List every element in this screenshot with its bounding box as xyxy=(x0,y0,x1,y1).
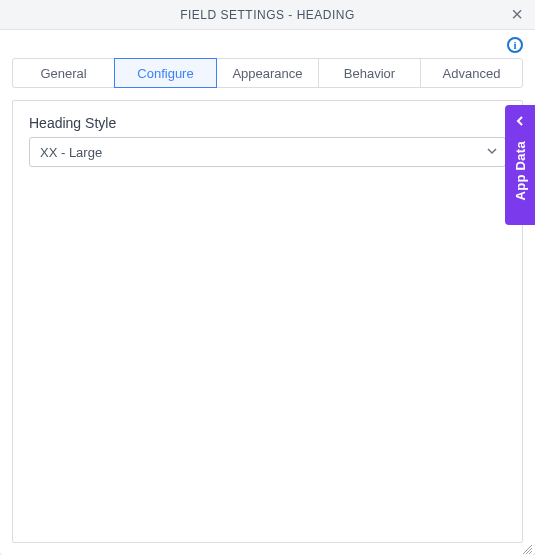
tab-appearance[interactable]: Appearance xyxy=(216,58,319,88)
info-row: i xyxy=(0,30,535,54)
heading-style-label: Heading Style xyxy=(29,115,506,131)
heading-style-select[interactable]: XX - Large xyxy=(29,137,506,167)
app-data-drawer-label: App Data xyxy=(513,141,528,200)
heading-style-value: XX - Large xyxy=(29,137,506,167)
app-data-drawer-handle[interactable]: App Data xyxy=(505,105,535,225)
close-button[interactable]: × xyxy=(505,2,529,26)
tab-label: Advanced xyxy=(443,66,501,81)
tab-general[interactable]: General xyxy=(12,58,115,88)
resize-grip-icon[interactable] xyxy=(521,541,533,553)
tab-label: Configure xyxy=(137,66,193,81)
close-icon: × xyxy=(511,4,523,24)
chevron-left-icon xyxy=(514,113,526,131)
tab-label: General xyxy=(40,66,86,81)
tab-label: Appearance xyxy=(232,66,302,81)
field-settings-dialog: FIELD SETTINGS - HEADING × i General Con… xyxy=(0,0,535,555)
info-icon[interactable]: i xyxy=(507,37,523,53)
configure-panel: Heading Style XX - Large xyxy=(12,100,523,543)
tab-configure[interactable]: Configure xyxy=(114,58,217,88)
tab-advanced[interactable]: Advanced xyxy=(420,58,523,88)
tab-behavior[interactable]: Behavior xyxy=(318,58,421,88)
tab-label: Behavior xyxy=(344,66,395,81)
dialog-header: FIELD SETTINGS - HEADING × xyxy=(0,0,535,30)
content-area: Heading Style XX - Large xyxy=(0,88,535,555)
tab-bar: General Configure Appearance Behavior Ad… xyxy=(0,54,535,88)
dialog-title: FIELD SETTINGS - HEADING xyxy=(180,8,355,22)
